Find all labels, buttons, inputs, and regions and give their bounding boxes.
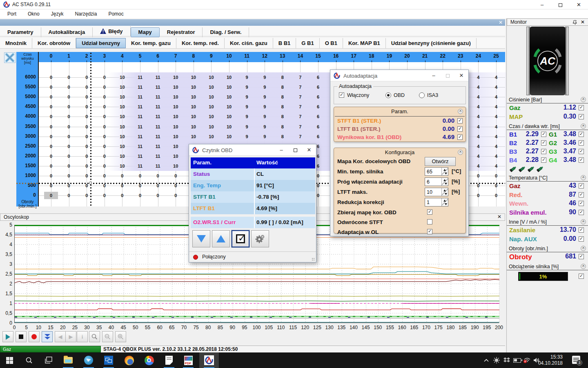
engine-load-checkbox[interactable]	[579, 274, 584, 279]
map-cell[interactable]: 10	[115, 143, 129, 150]
spinner-buttons[interactable]	[441, 188, 448, 196]
map-cell[interactable]: 10	[222, 113, 236, 120]
map-cell[interactable]: 0	[151, 172, 165, 180]
engine-load-section-collapse-button[interactable]: ^	[581, 264, 586, 269]
map-cell[interactable]: 10	[115, 83, 129, 91]
map-cell[interactable]: 9	[258, 113, 272, 120]
tray-network-icon[interactable]	[522, 355, 532, 366]
map-cell[interactable]: 0	[169, 192, 183, 199]
map-cell[interactable]: 8	[276, 133, 290, 140]
map-cell[interactable]: 8	[276, 113, 290, 120]
minimize-button[interactable]: –	[533, 0, 551, 9]
map-cell[interactable]: 9	[240, 74, 254, 81]
obd-titlebar[interactable]: Czytnik OBD – ✕	[189, 144, 316, 156]
map-cell[interactable]: 10	[187, 74, 200, 81]
map-cell[interactable]: 6	[311, 123, 325, 130]
tray-chevron-button[interactable]	[481, 355, 492, 366]
obd-close-button[interactable]: ✕	[302, 144, 316, 156]
map-cell[interactable]: 10	[222, 103, 236, 110]
map-cell[interactable]: 0	[80, 143, 94, 150]
map-cell[interactable]: 0	[98, 133, 111, 140]
map-cell[interactable]: 9	[240, 93, 254, 101]
inj-g-checkbox[interactable]	[579, 132, 584, 137]
map-cell[interactable]: 4	[489, 103, 503, 110]
enabled-checkbox[interactable]	[339, 92, 344, 98]
tab-parametry[interactable]: Parametry	[0, 27, 41, 37]
map-cell[interactable]: 10	[169, 74, 183, 81]
map-cell[interactable]: 10	[115, 74, 129, 81]
map-cell[interactable]: 9	[258, 133, 272, 140]
map-cell[interactable]: 4	[471, 123, 485, 130]
map-cell[interactable]: 0	[133, 172, 147, 180]
map-cell[interactable]: 0	[80, 172, 94, 180]
subtab-mno-nik[interactable]: Mnożnik	[0, 38, 32, 48]
map-cell[interactable]: 10	[169, 113, 183, 120]
tray-battery-icon[interactable]	[512, 355, 522, 366]
map-cell[interactable]: 11	[151, 113, 165, 120]
tab-diag-serw-[interactable]: Diag. / Serw.	[203, 27, 249, 37]
map-cell[interactable]: 11	[151, 93, 165, 101]
zoom-in-button[interactable]	[115, 331, 126, 342]
map-cell[interactable]: 0	[80, 83, 94, 91]
map-cell[interactable]: 0	[62, 172, 76, 180]
step-forward-button[interactable]: ▶	[65, 331, 76, 342]
map-cell[interactable]: 10	[222, 133, 236, 140]
map-cell[interactable]: 0	[80, 162, 94, 170]
map-cell[interactable]: 11	[151, 153, 165, 160]
map-cell[interactable]: 7	[293, 103, 307, 110]
taskbar-firefox-icon[interactable]	[124, 355, 134, 366]
obd-maximize-button[interactable]	[288, 144, 302, 156]
map-cell[interactable]: 9	[258, 83, 272, 91]
map-cell[interactable]: 0	[80, 93, 94, 101]
subtab-g-b1[interactable]: G B1	[296, 38, 319, 48]
map-cell[interactable]: 4	[489, 143, 503, 150]
temperature-section-collapse-button[interactable]: ^	[581, 175, 586, 180]
map-cell[interactable]: 10	[115, 162, 129, 170]
menu-item-pomoc[interactable]: Pomoc	[102, 9, 129, 18]
map-cell[interactable]: 10	[115, 113, 129, 120]
tray-dropbox-icon[interactable]	[501, 355, 512, 366]
map-cell[interactable]: 10	[169, 153, 183, 160]
map-cell[interactable]: 0	[80, 133, 94, 140]
map-disable-button[interactable]	[4, 52, 16, 63]
map-cell[interactable]: 11	[133, 103, 147, 110]
map-cell[interactable]: 0	[98, 162, 111, 170]
tray-brightness-icon[interactable]	[491, 355, 502, 366]
map-cell[interactable]: 10	[169, 83, 183, 91]
map-cell[interactable]: 10	[187, 103, 200, 110]
map-cell[interactable]: 10	[169, 143, 183, 150]
map-cell[interactable]: 10	[169, 103, 183, 110]
map-cell[interactable]: 10	[204, 113, 218, 120]
map-cell[interactable]: 0	[98, 74, 111, 81]
aa-config-zbieraj-map-kor-obd-checkbox[interactable]	[427, 209, 432, 215]
map-cell[interactable]: 0	[44, 143, 58, 150]
autoadapt-minimize-button[interactable]: –	[427, 70, 441, 81]
map-cell[interactable]: 11	[133, 123, 147, 130]
menu-item-port[interactable]: Port	[2, 9, 22, 18]
task-view-button[interactable]	[43, 355, 54, 366]
map-cell[interactable]: 9	[240, 133, 254, 140]
map-cell[interactable]: 11	[133, 162, 147, 170]
map-cell[interactable]: 0	[98, 93, 111, 101]
tab-rejestrator[interactable]: Rejestrator	[160, 27, 203, 37]
map-cell[interactable]: 10	[204, 123, 218, 130]
map-cell[interactable]: 11	[133, 74, 147, 81]
map-cell[interactable]: 4	[489, 74, 503, 81]
monitor-close-icon[interactable]: ✕	[581, 19, 585, 25]
aa-config-odwr-cone-stft-checkbox[interactable]	[427, 219, 432, 224]
info-button[interactable]: i	[77, 331, 88, 342]
strip-close-icon[interactable]: ✕	[499, 20, 503, 25]
aa-param-checkbox[interactable]	[457, 135, 463, 140]
map-cell[interactable]: 0	[80, 123, 94, 130]
map-cell[interactable]: 0	[98, 153, 111, 160]
map-cell[interactable]: 11	[133, 133, 147, 140]
menu-item-jzyk[interactable]: Język	[45, 9, 69, 18]
subtab-kor-map-b1[interactable]: Kor. MAP B1	[343, 38, 386, 48]
taskbar-explorer-icon[interactable]	[63, 355, 74, 366]
map-cell[interactable]: 0	[489, 172, 503, 180]
map-cell[interactable]: 0	[62, 123, 76, 130]
map-cell[interactable]: 6	[311, 93, 325, 101]
obd-settings-button[interactable]	[251, 230, 269, 247]
zoom-out-button[interactable]	[102, 331, 113, 342]
map-cell[interactable]: 0	[44, 162, 58, 170]
